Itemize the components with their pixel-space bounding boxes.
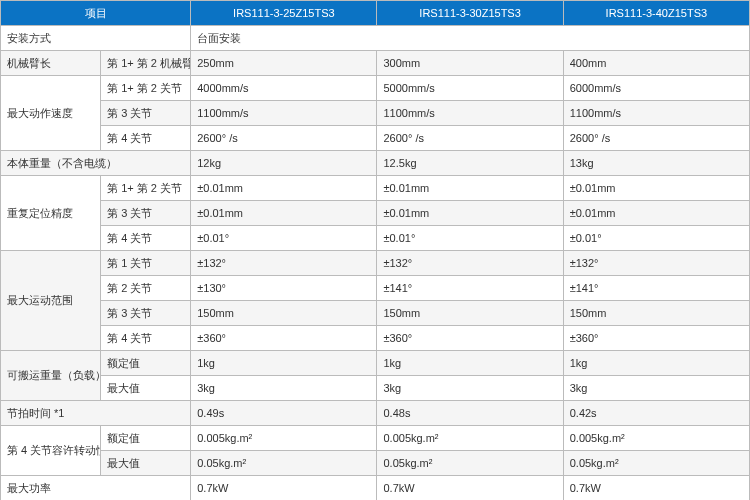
cell-value: 300mm [377,51,563,76]
cell-value: 0.05kg.m² [377,451,563,476]
row-group-label: 机械臂长 [1,51,101,76]
table-row: 第 4 关节容许转动惯量 *2额定值0.005kg.m²0.005kg.m²0.… [1,426,750,451]
cell-value: 0.48s [377,401,563,426]
cell-value: ±130° [191,276,377,301]
row-sublabel: 最大值 [101,451,191,476]
cell-value: 150mm [563,301,749,326]
cell-value: 0.005kg.m² [377,426,563,451]
cell-value: 1100mm/s [377,101,563,126]
table-row: 最大值0.05kg.m²0.05kg.m²0.05kg.m² [1,451,750,476]
cell-value: 3kg [377,376,563,401]
row-sublabel: 第 1+ 第 2 关节 [101,176,191,201]
cell-value: ±0.01° [191,226,377,251]
row-group-label: 重复定位精度 [1,176,101,251]
cell-value: 3kg [191,376,377,401]
cell-value: 12.5kg [377,151,563,176]
cell-value: 3kg [563,376,749,401]
cell-value: 0.005kg.m² [563,426,749,451]
cell-value: ±132° [563,251,749,276]
row-sublabel: 第 4 关节 [101,226,191,251]
row-sublabel: 第 3 关节 [101,101,191,126]
cell-value: ±0.01° [563,226,749,251]
cell-value: 1kg [563,351,749,376]
cell-value: 0.7kW [563,476,749,501]
header-model-3: IRS111-3-40Z15TS3 [563,1,749,26]
table-row: 第 3 关节±0.01mm±0.01mm±0.01mm [1,201,750,226]
cell-value: 5000mm/s [377,76,563,101]
cell-value: 1100mm/s [191,101,377,126]
cell-value: 4000mm/s [191,76,377,101]
row-group-label: 本体重量（不含电缆） [1,151,191,176]
row-group-label: 安装方式 [1,26,191,51]
header-model-2: IRS111-3-30Z15TS3 [377,1,563,26]
table-row: 最大值3kg3kg3kg [1,376,750,401]
table-row: 第 3 关节1100mm/s1100mm/s1100mm/s [1,101,750,126]
table-row: 节拍时间 *10.49s0.48s0.42s [1,401,750,426]
row-sublabel: 第 2 关节 [101,276,191,301]
row-sublabel: 第 4 关节 [101,326,191,351]
cell-value: 12kg [191,151,377,176]
cell-value: ±0.01mm [191,176,377,201]
table-row: 第 4 关节2600° /s2600° /s2600° /s [1,126,750,151]
row-sublabel: 额定值 [101,426,191,451]
table-row: 最大功率0.7kW0.7kW0.7kW [1,476,750,501]
table-row: 最大动作速度第 1+ 第 2 关节4000mm/s5000mm/s6000mm/… [1,76,750,101]
row-group-label: 节拍时间 *1 [1,401,191,426]
row-sublabel: 第 3 关节 [101,201,191,226]
cell-value: 0.7kW [191,476,377,501]
cell-value: ±0.01mm [377,201,563,226]
row-sublabel: 第 1 关节 [101,251,191,276]
cell-value: 0.42s [563,401,749,426]
header-row: 项目 IRS111-3-25Z15TS3 IRS111-3-30Z15TS3 I… [1,1,750,26]
cell-value: 400mm [563,51,749,76]
header-item: 项目 [1,1,191,26]
cell-value: 台面安装 [191,26,750,51]
table-row: 重复定位精度第 1+ 第 2 关节±0.01mm±0.01mm±0.01mm [1,176,750,201]
cell-value: 1kg [191,351,377,376]
row-sublabel: 第 4 关节 [101,126,191,151]
cell-value: ±132° [377,251,563,276]
cell-value: 1100mm/s [563,101,749,126]
row-group-label: 最大功率 [1,476,191,501]
row-group-label: 可搬运重量（负载） [1,351,101,401]
cell-value: ±132° [191,251,377,276]
header-model-1: IRS111-3-25Z15TS3 [191,1,377,26]
table-row: 可搬运重量（负载）额定值1kg1kg1kg [1,351,750,376]
cell-value: ±0.01mm [563,176,749,201]
cell-value: 13kg [563,151,749,176]
table-row: 安装方式台面安装 [1,26,750,51]
cell-value: 6000mm/s [563,76,749,101]
table-row: 第 4 关节±0.01°±0.01°±0.01° [1,226,750,251]
cell-value: 0.49s [191,401,377,426]
cell-value: ±360° [377,326,563,351]
table-row: 最大运动范围第 1 关节±132°±132°±132° [1,251,750,276]
cell-value: ±141° [377,276,563,301]
table-row: 第 3 关节150mm150mm150mm [1,301,750,326]
table-row: 第 4 关节±360°±360°±360° [1,326,750,351]
row-sublabel: 额定值 [101,351,191,376]
cell-value: 250mm [191,51,377,76]
table-row: 第 2 关节±130°±141°±141° [1,276,750,301]
cell-value: 0.7kW [377,476,563,501]
cell-value: 150mm [191,301,377,326]
cell-value: ±360° [191,326,377,351]
cell-value: ±0.01mm [191,201,377,226]
cell-value: 1kg [377,351,563,376]
cell-value: 150mm [377,301,563,326]
cell-value: 2600° /s [191,126,377,151]
row-group-label: 最大动作速度 [1,76,101,151]
cell-value: ±360° [563,326,749,351]
table-row: 机械臂长第 1+ 第 2 机械臂250mm300mm400mm [1,51,750,76]
cell-value: 2600° /s [563,126,749,151]
table-row: 本体重量（不含电缆）12kg12.5kg13kg [1,151,750,176]
row-sublabel: 第 1+ 第 2 机械臂 [101,51,191,76]
row-group-label: 最大运动范围 [1,251,101,351]
cell-value: ±0.01mm [563,201,749,226]
row-sublabel: 第 3 关节 [101,301,191,326]
cell-value: ±0.01mm [377,176,563,201]
cell-value: 2600° /s [377,126,563,151]
cell-value: 0.005kg.m² [191,426,377,451]
cell-value: 0.05kg.m² [563,451,749,476]
spec-table: 项目 IRS111-3-25Z15TS3 IRS111-3-30Z15TS3 I… [0,0,750,500]
row-group-label: 第 4 关节容许转动惯量 *2 [1,426,101,476]
